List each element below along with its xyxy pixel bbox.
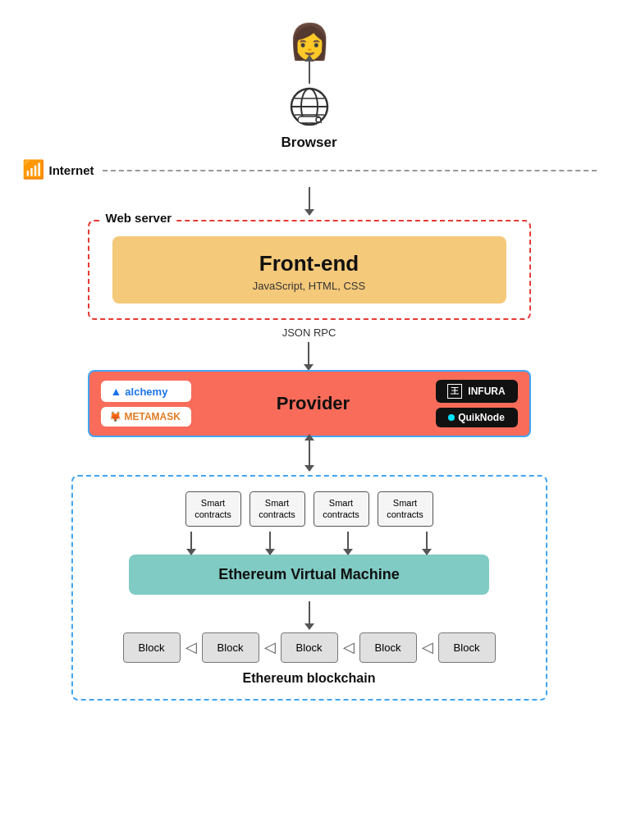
block-1: Block [123,632,181,663]
frontend-title: Front-end [129,251,490,276]
block-label-1: Block [139,641,165,654]
provider-row: ▲ alchemy 🦊 METAMASK Provider 王 INFURA Q… [101,380,518,427]
smart-contract-3: Smartcontracts [314,491,369,527]
quiknode-icon [448,414,455,421]
wifi-icon: 📶 [22,159,44,180]
block-3: Block [281,632,338,663]
alchemy-text: alchemy [125,386,167,398]
metamask-text: METAMASK [125,411,181,422]
block-connector-4: ◁ [422,638,433,656]
globe-icon [288,85,331,128]
block-label-2: Block [217,641,244,654]
block-2: Block [202,632,259,663]
internet-row: 📶 Internet [22,159,597,180]
metamask-logo: 🦊 METAMASK [101,407,191,427]
evm-blocks-arrow [309,601,310,624]
block-connector-3: ◁ [343,638,355,656]
provider-logos-right: 王 INFURA QuikNode [436,380,518,427]
webserver-label: Web server [101,211,177,225]
alchemy-icon: ▲ [111,385,122,398]
user-section: 👩 Browser [281,25,336,151]
arrow-browser-to-webserver [309,185,310,212]
sc-to-evm-arrows [152,532,467,550]
infura-icon: 王 [447,384,462,399]
browser-icon-container [288,85,331,131]
frontend-box: Front-end JavaScript, HTML, CSS [112,236,506,304]
evm-label: Ethereum Virtual Machine [218,566,400,582]
block-label-3: Block [296,641,323,654]
block-label-4: Block [375,641,401,654]
evm-box: Ethereum Virtual Machine [129,555,488,595]
browser-section: Browser [281,85,336,151]
internet-label: Internet [49,163,94,177]
sc-arrow-2 [269,532,271,550]
block-label-5: Block [454,641,480,654]
block-4: Block [359,632,417,663]
arrow-jsonrpc [308,342,309,365]
architecture-diagram: 👩 Browser 📶 [0,0,618,840]
webserver-box: Web server Front-end JavaScript, HTML, C… [88,220,531,320]
frontend-subtitle: JavaScript, HTML, CSS [129,280,490,292]
smart-contract-1: Smartcontracts [185,491,241,527]
alchemy-logo: ▲ alchemy [101,381,191,402]
block-5: Block [438,632,496,663]
user-avatar: 👩 [288,25,331,59]
provider-logos-left: ▲ alchemy 🦊 METAMASK [101,381,191,427]
infura-logo: 王 INFURA [436,380,518,403]
sc-arrow-1 [190,532,192,550]
provider-label: Provider [191,393,436,414]
infura-text: INFURA [468,386,505,397]
browser-label: Browser [281,135,336,151]
jsonrpc-label: JSON RPC [282,326,336,339]
quiknode-logo: QuikNode [436,408,518,427]
block-connector-2: ◁ [264,638,276,656]
arrow-user-browser [309,61,310,84]
smart-contract-2: Smartcontracts [249,491,305,527]
evm-to-blocks-arrow [309,600,310,626]
arrow-down-1 [309,187,310,210]
block-connector-1: ◁ [185,638,197,656]
metamask-icon: 🦊 [109,411,121,422]
double-arrow-line [309,440,310,466]
smart-contract-label-2: Smartcontracts [259,498,295,519]
internet-dashed-line [103,170,597,171]
quiknode-text: QuikNode [458,412,505,423]
jsonrpc-section: JSON RPC [282,322,336,367]
provider-box: ▲ alchemy 🦊 METAMASK Provider 王 INFURA Q… [88,370,531,437]
smart-contract-label-3: Smartcontracts [323,498,359,519]
ethereum-box: Smartcontracts Smartcontracts Smartcontr… [71,475,547,701]
smart-contracts-row: Smartcontracts Smartcontracts Smartcontr… [185,491,433,527]
smart-contract-label-4: Smartcontracts [387,498,423,519]
sc-arrow-4 [426,532,428,550]
sc-arrow-3 [347,532,349,550]
svg-line-7 [320,121,322,123]
arrow-provider-to-ethereum [309,440,310,466]
blocks-row: Block ◁ Block ◁ Block ◁ Block ◁ Block [123,632,496,663]
smart-contract-label-1: Smartcontracts [195,498,231,519]
ethereum-blockchain-label: Ethereum blockchain [243,671,376,686]
smart-contract-4: Smartcontracts [378,491,433,527]
